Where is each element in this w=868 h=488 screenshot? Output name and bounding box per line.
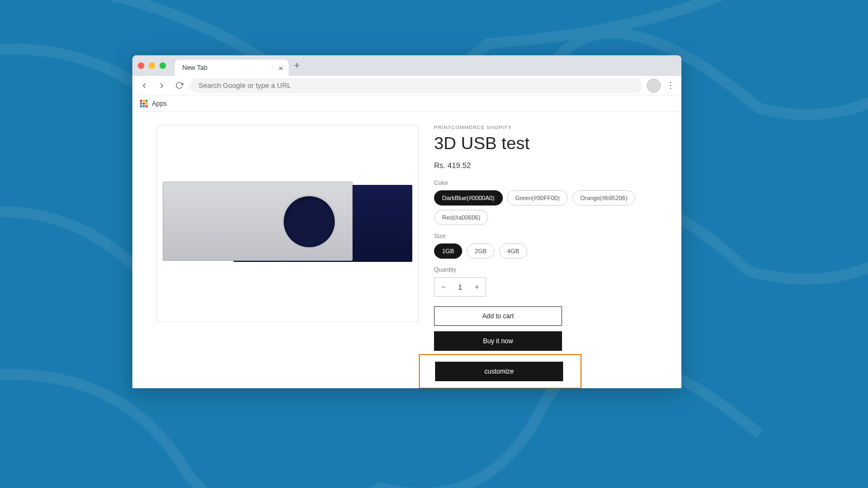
- customize-highlight: customize: [419, 354, 582, 388]
- page-content: PRINTCOMMERCE SHOPIFY 3D USB test Rs. 41…: [132, 112, 681, 388]
- minimize-window-icon[interactable]: [149, 62, 155, 69]
- add-to-cart-button[interactable]: Add to cart: [434, 306, 562, 326]
- address-bar: ⋮: [132, 76, 681, 95]
- quantity-label: Quantity: [434, 266, 658, 273]
- quantity-stepper: − 1 +: [434, 277, 486, 297]
- product-title: 3D USB test: [434, 133, 658, 153]
- browser-window: New Tab × + ⋮ Apps: [132, 55, 681, 388]
- product-price: Rs. 419.52: [434, 161, 658, 170]
- color-label: Color: [434, 179, 658, 186]
- browser-menu-icon[interactable]: ⋮: [665, 80, 676, 91]
- quantity-increase-button[interactable]: +: [468, 278, 486, 296]
- color-option-darkblue[interactable]: DarkBlue(#0000A0): [434, 190, 503, 206]
- back-button[interactable]: [138, 79, 151, 92]
- window-controls: [138, 62, 166, 69]
- reload-button[interactable]: [173, 79, 186, 92]
- bookmarks-bar: Apps: [132, 95, 681, 112]
- tab-title: New Tab: [182, 64, 207, 72]
- size-option-1gb[interactable]: 1GB: [434, 243, 462, 259]
- size-options: 1GB 2GB 4GB: [434, 243, 658, 259]
- forward-button[interactable]: [155, 79, 168, 92]
- maximize-window-icon[interactable]: [159, 62, 166, 69]
- tab-bar: New Tab × +: [132, 55, 681, 76]
- product-vendor: PRINTCOMMERCE SHOPIFY: [434, 125, 658, 130]
- quantity-value: 1: [452, 278, 468, 296]
- buy-now-button[interactable]: Buy it now: [434, 331, 562, 351]
- color-option-red[interactable]: Red(#a00606): [434, 210, 488, 225]
- size-option-2gb[interactable]: 2GB: [467, 243, 495, 259]
- product-info: PRINTCOMMERCE SHOPIFY 3D USB test Rs. 41…: [434, 125, 658, 388]
- color-option-green[interactable]: Green(#00FF00): [507, 190, 568, 206]
- close-tab-icon[interactable]: ×: [278, 63, 283, 73]
- size-label: Size: [434, 233, 658, 239]
- new-tab-button[interactable]: +: [294, 60, 300, 72]
- apps-label[interactable]: Apps: [152, 100, 167, 107]
- customize-button[interactable]: customize: [435, 362, 563, 381]
- quantity-decrease-button[interactable]: −: [435, 278, 452, 296]
- size-option-4gb[interactable]: 4GB: [499, 243, 527, 259]
- url-input[interactable]: [190, 78, 642, 93]
- product-image: [156, 125, 419, 322]
- browser-tab[interactable]: New Tab ×: [175, 60, 289, 76]
- color-option-orange[interactable]: Orange(#b95206): [572, 190, 636, 206]
- apps-icon[interactable]: [140, 100, 148, 107]
- profile-avatar[interactable]: [647, 79, 661, 93]
- color-options: DarkBlue(#0000A0) Green(#00FF00) Orange(…: [434, 190, 658, 225]
- close-window-icon[interactable]: [138, 62, 144, 69]
